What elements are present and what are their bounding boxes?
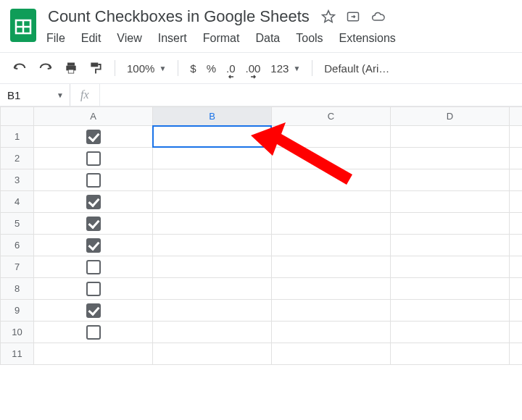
row-header-6[interactable]: 6	[1, 235, 34, 256]
cell-B4[interactable]	[153, 191, 272, 213]
cell-B3[interactable]	[153, 169, 272, 191]
increase-decimal-icon[interactable]: .00	[245, 62, 260, 75]
fill-handle[interactable]	[269, 145, 274, 150]
formula-bar-input[interactable]	[100, 84, 522, 106]
checkbox[interactable]	[86, 130, 101, 144]
cell-E5[interactable]	[510, 213, 523, 235]
select-all-corner[interactable]	[1, 107, 34, 126]
cell-D1[interactable]	[391, 126, 510, 148]
checkbox[interactable]	[86, 303, 101, 318]
col-header-next[interactable]	[510, 107, 523, 126]
cell-D6[interactable]	[391, 235, 510, 256]
cell-E1[interactable]	[510, 126, 523, 148]
cell-C7[interactable]	[272, 256, 391, 278]
cell-D7[interactable]	[391, 256, 510, 278]
col-header-A[interactable]: A	[34, 107, 153, 126]
move-icon[interactable]	[346, 9, 360, 24]
cell-A2[interactable]	[34, 148, 153, 169]
col-header-D[interactable]: D	[391, 107, 510, 126]
row-header-5[interactable]: 5	[1, 213, 34, 235]
row-header-3[interactable]: 3	[1, 169, 34, 191]
cell-B7[interactable]	[153, 256, 272, 278]
row-header-1[interactable]: 1	[1, 126, 34, 148]
cell-B10[interactable]	[153, 322, 272, 343]
row-header-7[interactable]: 7	[1, 256, 34, 278]
cell-D8[interactable]	[391, 278, 510, 300]
cell-E8[interactable]	[510, 278, 523, 300]
checkbox[interactable]	[86, 173, 101, 188]
menu-view[interactable]: View	[117, 32, 141, 45]
cell-D4[interactable]	[391, 191, 510, 213]
sheets-logo-icon[interactable]	[9, 7, 38, 43]
cell-A5[interactable]	[34, 213, 153, 235]
checkbox[interactable]	[86, 151, 101, 166]
cell-A10[interactable]	[34, 322, 153, 343]
cell-C10[interactable]	[272, 322, 391, 343]
cell-E2[interactable]	[510, 148, 523, 169]
cell-D10[interactable]	[391, 322, 510, 343]
col-header-C[interactable]: C	[272, 107, 391, 126]
cell-C1[interactable]	[272, 126, 391, 148]
cell-C9[interactable]	[272, 300, 391, 322]
cell-C2[interactable]	[272, 148, 391, 169]
name-box[interactable]: B1 ▼	[0, 89, 70, 101]
cell-C4[interactable]	[272, 191, 391, 213]
cell-B5[interactable]	[153, 213, 272, 235]
row-header-9[interactable]: 9	[1, 300, 34, 322]
cell-E3[interactable]	[510, 169, 523, 191]
cell-A8[interactable]	[34, 278, 153, 300]
menu-insert[interactable]: Insert	[158, 32, 187, 45]
redo-icon[interactable]	[38, 62, 54, 75]
checkbox[interactable]	[86, 238, 101, 253]
checkbox[interactable]	[86, 325, 101, 340]
zoom-selector[interactable]: 100% ▼	[127, 62, 166, 75]
print-icon[interactable]	[64, 61, 78, 75]
cloud-icon[interactable]	[370, 9, 386, 24]
row-header-11[interactable]: 11	[1, 343, 34, 365]
cell-B11[interactable]	[153, 343, 272, 365]
format-currency[interactable]: $	[190, 62, 196, 75]
cell-E11[interactable]	[510, 343, 523, 365]
cell-D5[interactable]	[391, 213, 510, 235]
menu-format[interactable]: Format	[203, 32, 240, 45]
cell-B1[interactable]	[153, 126, 272, 148]
spreadsheet-grid[interactable]: A B C D 1234567891011	[0, 106, 522, 365]
cell-A6[interactable]	[34, 235, 153, 256]
cell-A3[interactable]	[34, 169, 153, 191]
decrease-decimal-icon[interactable]: .0	[226, 62, 236, 75]
cell-E6[interactable]	[510, 235, 523, 256]
format-percent[interactable]: %	[207, 62, 216, 75]
cell-E4[interactable]	[510, 191, 523, 213]
row-header-4[interactable]: 4	[1, 191, 34, 213]
menu-extensions[interactable]: Extensions	[339, 32, 396, 45]
paint-format-icon[interactable]	[88, 61, 103, 75]
checkbox[interactable]	[86, 260, 101, 274]
cell-D9[interactable]	[391, 300, 510, 322]
number-format-selector[interactable]: 123▼	[270, 62, 300, 75]
row-header-10[interactable]: 10	[1, 322, 34, 343]
cell-C6[interactable]	[272, 235, 391, 256]
cell-A7[interactable]	[34, 256, 153, 278]
menu-tools[interactable]: Tools	[296, 32, 323, 45]
cell-C11[interactable]	[272, 343, 391, 365]
menu-file[interactable]: File	[46, 32, 65, 45]
checkbox[interactable]	[86, 217, 101, 231]
cell-A1[interactable]	[34, 126, 153, 148]
cell-E10[interactable]	[510, 322, 523, 343]
cell-B6[interactable]	[153, 235, 272, 256]
row-header-2[interactable]: 2	[1, 148, 34, 169]
cell-D2[interactable]	[391, 148, 510, 169]
cell-C8[interactable]	[272, 278, 391, 300]
cell-C3[interactable]	[272, 169, 391, 191]
cell-D11[interactable]	[391, 343, 510, 365]
col-header-B[interactable]: B	[153, 107, 272, 126]
cell-A4[interactable]	[34, 191, 153, 213]
menu-edit[interactable]: Edit	[81, 32, 102, 45]
cell-A9[interactable]	[34, 300, 153, 322]
cell-B2[interactable]	[153, 148, 272, 169]
checkbox[interactable]	[86, 282, 101, 296]
cell-E7[interactable]	[510, 256, 523, 278]
cell-D3[interactable]	[391, 169, 510, 191]
menu-data[interactable]: Data	[255, 32, 280, 45]
cell-E9[interactable]	[510, 300, 523, 322]
